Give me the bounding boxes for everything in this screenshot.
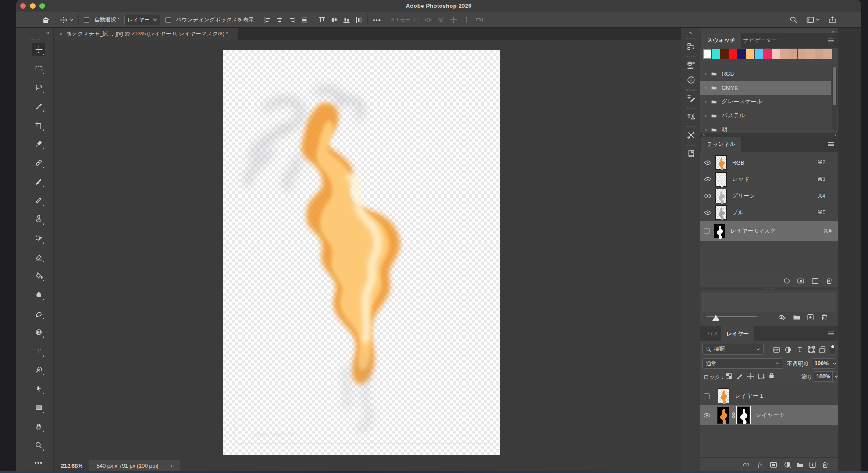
swatch-color[interactable] — [737, 49, 746, 59]
close-tab-icon[interactable]: × — [59, 31, 63, 37]
swatch-group-grayscale[interactable]: ›グレースケール — [700, 95, 831, 109]
align-right-edges-icon[interactable] — [288, 16, 296, 24]
dock-libraries[interactable] — [681, 146, 701, 161]
swatch-color[interactable] — [712, 49, 720, 59]
tool-pencil[interactable] — [32, 194, 45, 207]
swatch-color[interactable] — [729, 49, 737, 59]
swatch-group-light[interactable]: ›明 — [700, 123, 831, 133]
home-icon[interactable] — [42, 16, 50, 24]
swatch-color[interactable] — [746, 49, 754, 59]
dock-history[interactable] — [681, 39, 701, 54]
document-tab[interactable]: × 炎テクスチャ_試し.jpg @ 213% (レイヤー 0, レイヤーマスク/… — [54, 28, 238, 40]
scrollbar[interactable] — [832, 66, 837, 131]
tool-smudge[interactable] — [32, 307, 45, 320]
align-bottom-edges-icon[interactable] — [343, 16, 350, 24]
dock-info[interactable] — [681, 72, 701, 87]
tab-swatches[interactable]: スウォッチ — [701, 33, 741, 48]
layer-row-0[interactable]: レイヤー 0 — [700, 405, 838, 425]
swatch-color[interactable] — [780, 49, 789, 59]
blend-mode-dropdown[interactable]: 通常 — [702, 358, 783, 369]
layer-mask-link-icon[interactable] — [731, 412, 736, 419]
tool-pen[interactable] — [32, 363, 45, 376]
dock-brush-settings[interactable] — [681, 91, 701, 106]
lock-position-icon[interactable] — [747, 373, 754, 380]
doc-info-box[interactable]: 540 px x 791 px (100 ppi) › — [89, 460, 180, 472]
panel-menu-icon[interactable] — [828, 331, 834, 336]
filter-toggle[interactable] — [830, 344, 835, 355]
swatch-color[interactable] — [823, 49, 832, 59]
delete-channel-icon[interactable] — [825, 277, 833, 285]
tool-hand[interactable] — [32, 420, 45, 433]
channel-row-blue[interactable]: ブルー ⌘5 — [700, 204, 832, 221]
delete-item-icon[interactable] — [821, 314, 828, 321]
tool-paint-bucket[interactable] — [32, 269, 45, 282]
fill-field[interactable]: 100% — [814, 371, 835, 382]
panel-menu-icon[interactable] — [828, 38, 834, 43]
add-layer-mask-icon[interactable] — [770, 461, 777, 469]
panel-menu-icon[interactable] — [828, 142, 834, 147]
tab-layers[interactable]: レイヤー — [721, 326, 754, 341]
align-vertical-centers-icon[interactable] — [331, 16, 338, 24]
tool-blur[interactable] — [32, 288, 45, 301]
tab-navigator[interactable]: ナビゲーター — [738, 33, 783, 48]
swatch-color[interactable] — [763, 49, 772, 59]
filter-adjustment-layers-icon[interactable] — [784, 346, 792, 353]
swatch-color[interactable] — [703, 49, 711, 59]
edit-toolbar-button[interactable]: ••• — [32, 456, 45, 469]
visibility-eye-icon[interactable] — [703, 412, 711, 419]
tool-brush[interactable] — [32, 175, 45, 188]
folder-icon[interactable] — [793, 314, 800, 321]
swatch-color[interactable] — [789, 49, 797, 59]
visibility-checkbox[interactable] — [704, 228, 710, 234]
swatch-color[interactable] — [720, 49, 729, 59]
layer-filter-dropdown[interactable]: 種類 — [702, 344, 764, 355]
tool-move[interactable] — [32, 43, 45, 56]
zoom-level-field[interactable]: 212.68% — [61, 463, 82, 469]
link-layers-icon[interactable] — [743, 461, 750, 469]
lock-transparent-pixels-icon[interactable] — [725, 373, 732, 380]
pasteboard[interactable] — [54, 40, 681, 460]
collapse-panel-icon[interactable]: ‹ — [834, 132, 836, 137]
tool-quick-selection[interactable] — [32, 99, 45, 113]
swatch-group-rgb[interactable]: ›RGB — [700, 67, 831, 81]
distribute-vertical-icon[interactable] — [355, 16, 363, 24]
visibility-eye-icon[interactable] — [704, 159, 711, 166]
tool-zoom[interactable] — [32, 438, 45, 452]
swatch-group-cmyk[interactable]: ›CMYK — [700, 81, 831, 95]
filter-smart-objects-icon[interactable] — [819, 346, 826, 353]
lock-image-pixels-icon[interactable] — [736, 373, 743, 380]
expand-tools-icon[interactable]: » — [16, 28, 53, 37]
panel-slider-thumb[interactable] — [712, 315, 719, 321]
tool-clone-stamp[interactable] — [32, 212, 45, 226]
swatch-color[interactable] — [772, 49, 780, 59]
dock-clone-source[interactable] — [681, 109, 701, 124]
tool-type[interactable]: T — [32, 344, 45, 357]
new-channel-icon[interactable] — [811, 277, 819, 285]
auto-select-checkbox[interactable] — [84, 17, 89, 23]
dock-tool-presets[interactable] — [681, 127, 701, 142]
more-options-button[interactable]: ••• — [373, 16, 381, 24]
new-layer-icon[interactable] — [809, 461, 816, 469]
tool-history-brush[interactable] — [32, 231, 45, 244]
swatch-color[interactable] — [806, 49, 815, 59]
lock-all-icon[interactable] — [768, 372, 775, 379]
channel-row-rgb[interactable]: RGB ⌘2 — [700, 154, 832, 171]
tool-crop[interactable] — [32, 118, 45, 131]
swatch-color[interactable] — [815, 49, 823, 59]
stroke-visibility-icon[interactable] — [778, 314, 786, 321]
collapse-dock-icon[interactable]: « — [681, 28, 700, 35]
opacity-field[interactable]: 100% — [812, 358, 835, 369]
channel-row-red[interactable]: レッド ⌘3 — [700, 171, 832, 187]
tab-channels[interactable]: チャンネル — [701, 137, 741, 152]
dock-properties[interactable] — [681, 57, 701, 72]
scrollbar-thumb[interactable] — [833, 67, 836, 105]
canvas[interactable] — [223, 50, 500, 455]
visibility-eye-icon[interactable] — [704, 176, 711, 183]
visibility-checkbox[interactable] — [704, 393, 710, 399]
panel-divider[interactable] — [700, 287, 838, 290]
workspace-switcher[interactable] — [806, 16, 820, 24]
adjustment-layer-icon[interactable] — [784, 461, 791, 469]
filter-type-layers-icon[interactable]: T — [796, 346, 804, 353]
tool-rectangular-marquee[interactable] — [32, 62, 45, 75]
align-left-edges-icon[interactable] — [264, 16, 271, 24]
